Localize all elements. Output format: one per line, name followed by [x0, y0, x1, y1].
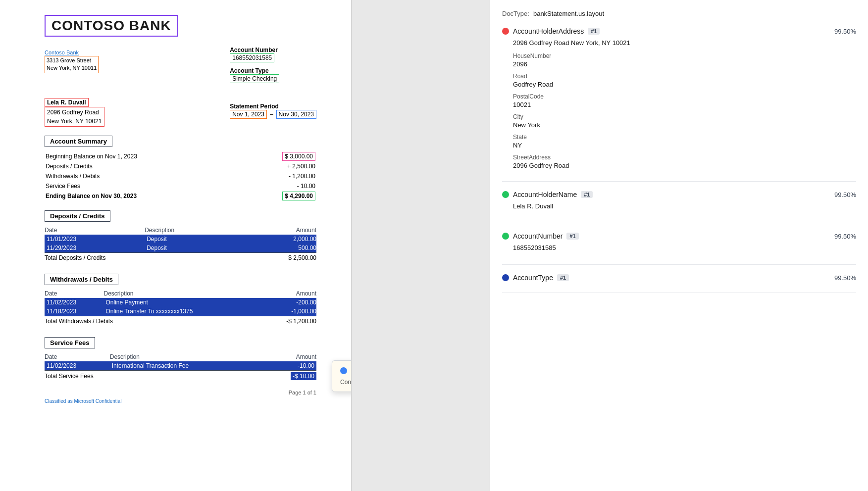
summary-row-fees: Service Fees - 10.00	[46, 182, 315, 191]
sub-field-value-street: 2096 Godfrey Road	[513, 162, 856, 169]
field-badge-address: #1	[588, 28, 600, 35]
field-confidence-accountnumber: 99.50%	[834, 233, 856, 240]
deposits-total-amount: $ 2,500.00	[233, 252, 316, 263]
deposits-total-row: Total Deposits / Credits $ 2,500.00	[45, 252, 316, 263]
tooltip-header: Transactions	[340, 367, 352, 375]
summary-row-ending: Ending Balance on Nov 30, 2023 $ 4,290.0…	[46, 192, 315, 200]
field-block-address: AccountHolderAddress #1 99.50% 2096 Godf…	[502, 27, 856, 182]
field-confidence-address: 99.50%	[834, 28, 856, 35]
withdrawals-date-2: 11/18/2023	[45, 307, 104, 316]
deposits-amount-2: 500.00	[233, 244, 316, 253]
field-dot-holdername	[502, 191, 509, 198]
bank-address-line2: New York, NY 10011	[47, 64, 97, 72]
fees-row-1: 11/02/2023 International Transaction Fee…	[45, 361, 316, 371]
period-end: Nov 30, 2023	[276, 110, 316, 119]
fees-col-amount: Amount	[266, 352, 316, 361]
doctype-label: DocType:	[502, 10, 529, 17]
bank-logo: CONTOSO BANK	[45, 15, 178, 37]
account-type-label: Account Type	[230, 67, 316, 74]
deposits-date-1: 11/01/2023	[45, 235, 145, 244]
customer-name: Lela R. Duvall	[45, 98, 89, 107]
bank-address-line1: 3313 Grove Street	[47, 57, 97, 64]
field-value-address: 2096 Godfrey Road New York, NY 10021	[513, 39, 856, 47]
summary-label-ending: Ending Balance on Nov 30, 2023	[46, 192, 243, 200]
sub-field-value-city: New York	[513, 121, 856, 129]
field-header-holdername: AccountHolderName #1 99.50%	[502, 191, 856, 198]
withdrawals-total-label: Total Withdrawals / Debits	[45, 316, 263, 326]
deposits-amount-1: 2,000.00	[233, 235, 316, 244]
sub-field-name-city: City	[513, 113, 856, 120]
page-number: Page 1 of 1	[45, 390, 316, 395]
field-block-accountnumber: AccountNumber #1 99.50% 168552031585	[502, 232, 856, 265]
fees-total-amount: -$ 10.00	[266, 370, 316, 382]
tooltip-title: Transactions	[351, 367, 352, 375]
summary-row-deposits: Deposits / Credits + 2,500.00	[46, 162, 315, 171]
confidential-label: Classified as Microsoft Confidential	[45, 398, 316, 404]
withdrawals-amount-1: -200.00	[263, 298, 316, 307]
field-header-accountnumber: AccountNumber #1 99.50%	[502, 232, 856, 240]
field-header-left-accounttype: AccountType #1	[502, 274, 569, 282]
right-panel: DocType: bankStatement.us.layout Account…	[490, 0, 868, 491]
field-value-accountnumber: 168552031585	[513, 244, 856, 251]
withdrawals-col-description: Description	[104, 289, 264, 298]
summary-row-withdrawals: Withdrawals / Debits - 1,200.00	[46, 172, 315, 181]
sub-field-city: City New York	[513, 113, 856, 129]
withdrawals-col-amount: Amount	[263, 289, 316, 298]
withdrawals-date-1: 11/02/2023	[45, 298, 104, 307]
sub-field-state: State NY	[513, 134, 856, 149]
deposits-date-2: 11/29/2023	[45, 244, 145, 253]
deposits-col-description: Description	[145, 226, 233, 235]
period-dates: Nov 1, 2023 – Nov 30, 2023	[230, 110, 316, 119]
tooltip-content-label: Content	[340, 379, 352, 386]
sub-field-name-postal: PostalCode	[513, 93, 856, 100]
deposits-col-date: Date	[45, 226, 145, 235]
bank-address-block: Contoso Bank 3313 Grove Street New York,…	[45, 49, 104, 73]
account-type: Simple Checking	[230, 74, 279, 83]
doctype-value: bankStatement.us.layout	[533, 10, 604, 17]
summary-amount-deposits: + 2,500.00	[244, 162, 315, 171]
summary-label-deposits: Deposits / Credits	[46, 162, 243, 171]
account-number: 168552031585	[230, 53, 274, 62]
field-confidence-accounttype: 99.50%	[834, 274, 856, 282]
deposits-row-2: 11/29/2023 Deposit 500.00	[45, 244, 316, 253]
field-dot-accountnumber	[502, 233, 509, 240]
sub-field-postal: PostalCode 10021	[513, 93, 856, 108]
doctype-row: DocType: bankStatement.us.layout	[502, 10, 856, 17]
summary-amount-beginning: $ 3,000.00	[244, 152, 315, 161]
middle-panel	[352, 0, 490, 491]
summary-amount-withdrawals: - 1,200.00	[244, 172, 315, 181]
document-panel: CONTOSO BANK Contoso Bank 3313 Grove Str…	[0, 0, 352, 491]
customer-address-line1: 2096 Godfrey Road	[47, 108, 102, 117]
sub-field-value-house: 2096	[513, 60, 856, 68]
fees-desc-1: International Transaction Fee	[110, 361, 266, 371]
summary-amount-ending: $ 4,290.00	[244, 192, 315, 200]
deposits-credits-title: Deposits / Credits	[45, 210, 110, 222]
summary-amount-fees: - 10.00	[244, 182, 315, 191]
customer-address: 2096 Godfrey Road New York, NY 10021	[45, 107, 104, 127]
withdrawals-col-date: Date	[45, 289, 104, 298]
account-number-label: Account Number	[230, 47, 316, 53]
withdrawals-desc-2: Online Transfer To xxxxxxxx1375	[104, 307, 264, 316]
summary-label-withdrawals: Withdrawals / Debits	[46, 172, 243, 181]
deposits-total-label: Total Deposits / Credits	[45, 252, 233, 263]
field-name-accounttype: AccountType	[513, 274, 553, 282]
summary-label-beginning: Beginning Balance on Nov 1, 2023	[46, 152, 243, 161]
fees-total-label: Total Service Fees	[45, 370, 266, 382]
field-badge-holdername: #1	[581, 191, 593, 198]
sub-field-street: StreetAddress 2096 Godfrey Road	[513, 154, 856, 169]
deposits-row-1: 11/01/2023 Deposit 2,000.00	[45, 235, 316, 244]
sub-field-name-road: Road	[513, 73, 856, 80]
field-dot-address	[502, 28, 509, 35]
sub-field-value-state: NY	[513, 142, 856, 149]
tooltip-dot-icon	[340, 367, 347, 374]
field-badge-accounttype: #1	[557, 274, 569, 281]
sub-field-name-state: State	[513, 134, 856, 141]
field-header-left-address: AccountHolderAddress #1	[502, 27, 600, 35]
bank-name-link[interactable]: Contoso Bank	[45, 49, 79, 55]
deposits-desc-1: Deposit	[145, 235, 233, 244]
withdrawals-debits-title: Withdrawals / Debits	[45, 274, 118, 285]
fees-date-1: 11/02/2023	[45, 361, 110, 371]
bank-name: CONTOSO BANK	[51, 18, 171, 33]
field-name-accountnumber: AccountNumber	[513, 232, 562, 240]
service-fees-title: Service Fees	[45, 337, 95, 348]
